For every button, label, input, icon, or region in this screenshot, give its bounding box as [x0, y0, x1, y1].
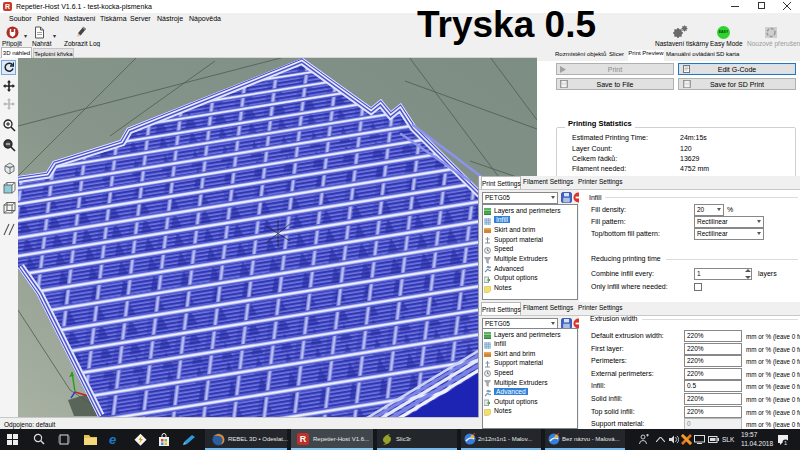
svg-text:1: 1 [784, 440, 787, 446]
